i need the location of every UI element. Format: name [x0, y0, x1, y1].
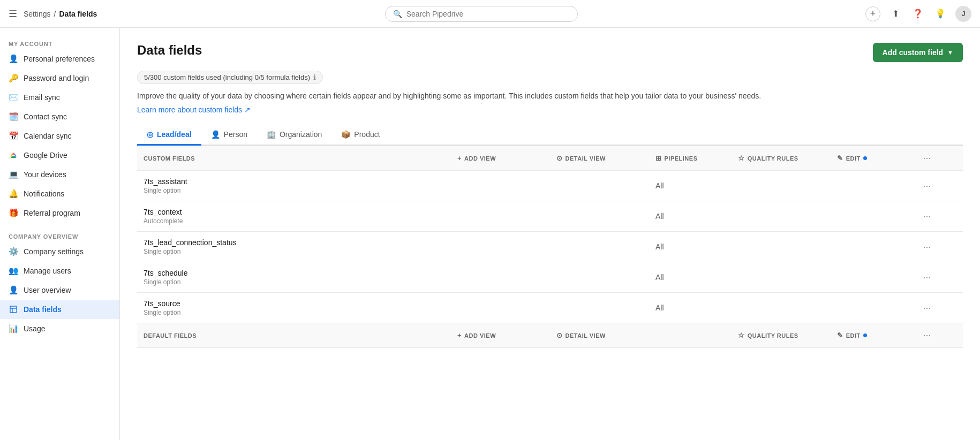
add-view-icon: + [457, 154, 462, 162]
field-name: 7ts_lead_connection_status [144, 238, 444, 247]
default-pipelines-col-header [649, 323, 732, 348]
lead-deal-icon: ◎ [147, 130, 153, 139]
more-options-button[interactable]: ··· [919, 151, 934, 165]
field-type: Single option [144, 309, 444, 316]
sidebar-item-email-sync[interactable]: ✉️ Email sync [0, 88, 119, 107]
sidebar-item-company-settings[interactable]: ⚙️ Company settings [0, 242, 119, 261]
tab-person[interactable]: 👤 Person [201, 125, 257, 146]
add-button[interactable]: + [865, 6, 880, 21]
field-name: 7ts_assistant [144, 177, 444, 186]
field-name: 7ts_context [144, 208, 444, 216]
row-more-button[interactable]: ··· [919, 179, 934, 193]
sidebar-item-manage-users[interactable]: 👥 Manage users [0, 261, 119, 280]
main-layout: MY ACCOUNT 👤 Personal preferences 🔑 Pass… [0, 28, 980, 440]
default-more-options-button[interactable]: ··· [919, 329, 934, 342]
data-fields-icon [9, 305, 18, 314]
breadcrumb-current: Data fields [59, 10, 97, 18]
sidebar-item-label: Email sync [24, 93, 60, 102]
search-input[interactable] [406, 10, 570, 18]
gift-icon: 🎁 [9, 208, 18, 218]
menu-icon[interactable]: ☰ [9, 8, 17, 20]
learn-more-link[interactable]: Learn more about custom fields ↗ [137, 105, 251, 114]
sidebar-item-user-overview[interactable]: 👤 User overview [0, 280, 119, 300]
field-name: 7ts_schedule [144, 269, 444, 277]
sidebar-item-label: Data fields [24, 305, 62, 314]
pipeline-value: All [655, 273, 664, 282]
row-more-button[interactable]: ··· [919, 210, 934, 223]
sidebar-item-google-drive[interactable]: Google Drive [0, 146, 119, 165]
search-area: 🔍 [103, 6, 859, 22]
page-description: Improve the quality of your data by choo… [137, 90, 963, 102]
search-box: 🔍 [385, 6, 578, 22]
person-icon: 👤 [9, 54, 18, 64]
table-row: 7ts_schedule Single option All ··· [137, 262, 963, 293]
help-icon[interactable]: ❓ [910, 6, 925, 21]
sidebar-item-label: Notifications [24, 189, 64, 198]
sidebar-item-label: Contact sync [24, 112, 67, 121]
more-col-header: ··· [913, 146, 963, 171]
contact-icon: 🗓️ [9, 112, 18, 122]
sidebar-item-label: Your devices [24, 170, 66, 179]
user-overview-icon: 👤 [9, 285, 18, 295]
usage-badge: 5/300 custom fields used (including 0/5 … [137, 71, 323, 84]
custom-fields-header-row: CUSTOM FIELDS + ADD VIEW ⊙ DETAIL VIEW [137, 146, 963, 171]
sidebar-item-calendar-sync[interactable]: 📅 Calendar sync [0, 126, 119, 146]
default-detail-view-col-header[interactable]: ⊙ DETAIL VIEW [550, 323, 649, 348]
tab-lead-deal[interactable]: ◎ Lead/deal [137, 125, 201, 146]
row-more-button[interactable]: ··· [919, 271, 934, 284]
add-view-col-header[interactable]: + ADD VIEW [451, 146, 550, 171]
calendar-icon: 📅 [9, 131, 18, 141]
sidebar-item-label: User overview [24, 286, 71, 294]
default-add-view-icon: + [457, 331, 462, 339]
sidebar-item-label: Company settings [24, 247, 84, 256]
chevron-down-icon: ▼ [947, 49, 953, 56]
breadcrumb: Settings / Data fields [24, 10, 97, 18]
search-icon: 🔍 [393, 10, 402, 18]
edit-dot [863, 156, 867, 160]
field-type: Single option [144, 248, 444, 255]
pipeline-value: All [655, 304, 664, 312]
breadcrumb-settings[interactable]: Settings [24, 10, 51, 18]
sidebar-item-contact-sync[interactable]: 🗓️ Contact sync [0, 107, 119, 126]
sidebar: MY ACCOUNT 👤 Personal preferences 🔑 Pass… [0, 28, 120, 440]
edit-col-header[interactable]: ✎ EDIT [831, 146, 913, 171]
topbar: ☰ Settings / Data fields 🔍 + ⬆ ❓ 💡 J [0, 0, 980, 28]
default-edit-col-header[interactable]: ✎ EDIT [831, 323, 913, 348]
table-row: 7ts_source Single option All ··· [137, 293, 963, 323]
default-add-view-col-header[interactable]: + ADD VIEW [451, 323, 550, 348]
custom-fields-col-header: CUSTOM FIELDS [137, 146, 451, 171]
default-star-icon: ☆ [738, 331, 745, 339]
field-name: 7ts_source [144, 299, 444, 308]
row-more-button[interactable]: ··· [919, 301, 934, 315]
bulb-icon[interactable]: 💡 [933, 6, 948, 21]
tab-label: Person [224, 130, 247, 139]
tab-organization[interactable]: 🏢 Organization [257, 125, 331, 146]
upload-icon[interactable]: ⬆ [888, 6, 903, 21]
sidebar-item-usage[interactable]: 📊 Usage [0, 319, 119, 338]
quality-rules-col-header[interactable]: ☆ QUALITY RULES [732, 146, 831, 171]
email-icon: ✉️ [9, 93, 18, 102]
add-custom-field-button[interactable]: Add custom field ▼ [873, 43, 963, 62]
sidebar-item-referral-program[interactable]: 🎁 Referral program [0, 203, 119, 223]
sidebar-item-your-devices[interactable]: 💻 Your devices [0, 165, 119, 184]
breadcrumb-separator: / [54, 10, 56, 18]
topbar-actions: + ⬆ ❓ 💡 J [865, 6, 971, 22]
avatar[interactable]: J [955, 6, 971, 22]
info-icon[interactable]: ℹ [313, 73, 316, 81]
row-more-button[interactable]: ··· [919, 240, 934, 254]
table-row: 7ts_lead_connection_status Single option… [137, 232, 963, 262]
key-icon: 🔑 [9, 73, 18, 83]
detail-view-col-header[interactable]: ⊙ DETAIL VIEW [550, 146, 649, 171]
sidebar-item-data-fields[interactable]: Data fields [0, 300, 119, 319]
pipelines-col-header[interactable]: ⊞ PIPELINES [649, 146, 732, 171]
sidebar-item-notifications[interactable]: 🔔 Notifications [0, 184, 119, 203]
svg-rect-0 [10, 306, 17, 313]
sidebar-item-password-login[interactable]: 🔑 Password and login [0, 69, 119, 88]
sidebar-item-personal-preferences[interactable]: 👤 Personal preferences [0, 49, 119, 69]
usage-icon: 📊 [9, 324, 18, 333]
tab-label: Product [354, 130, 380, 139]
sidebar-item-label: Password and login [24, 74, 89, 82]
default-quality-col-header[interactable]: ☆ QUALITY RULES [732, 323, 831, 348]
tab-product[interactable]: 📦 Product [331, 125, 389, 146]
field-type: Single option [144, 278, 444, 286]
